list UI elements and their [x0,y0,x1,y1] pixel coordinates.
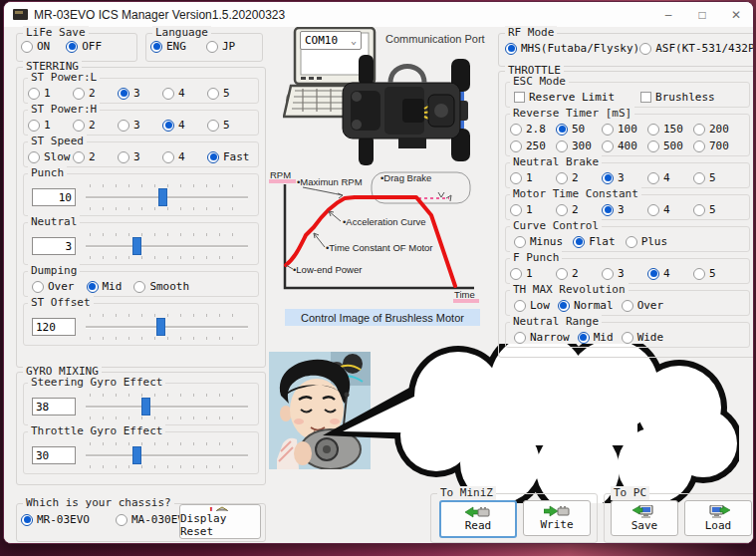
radio-eng[interactable]: ENG [150,40,186,53]
radio-icon[interactable] [73,151,85,163]
radio-icon[interactable] [556,204,568,216]
radio-mid[interactable]: Mid [87,280,123,293]
radio-50[interactable]: 50 [556,123,602,136]
radio-icon[interactable] [602,124,614,136]
radio-2[interactable]: 2 [556,171,602,184]
radio-selected-icon[interactable] [66,41,78,53]
checkbox-brushless[interactable]: Brushless [640,91,715,104]
radio-icon[interactable] [647,124,659,136]
radio-5[interactable]: 5 [693,267,739,280]
radio-icon[interactable] [510,140,522,152]
radio-icon[interactable] [693,172,705,184]
checkbox-reserve-limit[interactable]: Reserve Limit [514,91,615,104]
write-button[interactable]: Write [523,500,591,536]
radio-2[interactable]: 2 [73,119,118,132]
radio-icon[interactable] [622,300,633,312]
radio-icon[interactable] [207,120,219,132]
slider-track[interactable] [86,184,248,210]
radio-icon[interactable] [73,120,85,132]
st-offset-value-input[interactable] [32,318,76,336]
radio-5[interactable]: 5 [207,87,252,100]
radio-3[interactable]: 3 [602,203,647,216]
radio-slow[interactable]: Slow [28,150,73,163]
radio-icon[interactable] [510,124,522,136]
radio-icon[interactable] [693,140,705,152]
radio-icon[interactable] [510,268,522,280]
close-button[interactable]: ✕ [719,2,753,27]
radio-3[interactable]: 3 [118,87,162,100]
title-bar[interactable]: MR-03EVO ICS Manager Version1.5.20200323… [4,2,753,27]
radio-icon[interactable] [118,151,129,163]
slider-thumb[interactable] [132,446,141,464]
radio-narrow[interactable]: Narrow [514,331,570,344]
radio-2-8[interactable]: 2.8 [510,123,556,136]
radio-selected-icon[interactable] [647,268,659,280]
neutral-value-input[interactable] [32,237,76,255]
throttle-gyro-effect-value-input[interactable] [32,446,76,464]
radio-4[interactable]: 4 [162,87,207,100]
radio-icon[interactable] [207,88,219,100]
radio-low[interactable]: Low [514,299,550,312]
radio-3[interactable]: 3 [118,119,162,132]
radio-flat[interactable]: Flat [573,235,616,248]
slider-track[interactable] [86,233,248,259]
radio-4[interactable]: 4 [162,150,207,163]
radio-icon[interactable] [162,151,174,163]
radio-fast[interactable]: Fast [207,150,252,163]
slider-track[interactable] [86,394,248,419]
radio-icon[interactable] [514,300,526,312]
radio-4[interactable]: 4 [162,119,207,132]
radio-selected-icon[interactable] [162,120,174,132]
radio-icon[interactable] [602,268,614,280]
radio-icon[interactable] [510,204,522,216]
radio-2[interactable]: 2 [73,87,118,100]
radio-5[interactable]: 5 [693,171,739,184]
slider-thumb[interactable] [132,237,141,255]
radio-icon[interactable] [647,172,659,184]
radio-3[interactable]: 3 [602,267,647,280]
radio-100[interactable]: 100 [602,123,647,136]
radio-asf-kt-531-432pt[interactable]: ASF(KT-531/432PT) [639,42,754,55]
radio-on[interactable]: ON [21,40,50,53]
radio-400[interactable]: 400 [602,139,647,152]
radio-selected-icon[interactable] [602,204,614,216]
radio-3[interactable]: 3 [118,150,162,163]
radio-over[interactable]: Over [622,299,664,312]
radio-1[interactable]: 1 [510,203,556,216]
checkbox-icon[interactable] [514,92,525,103]
radio-icon[interactable] [162,88,174,100]
radio-normal[interactable]: Normal [558,299,614,312]
radio-4[interactable]: 4 [647,267,693,280]
radio-selected-icon[interactable] [21,514,33,526]
radio-5[interactable]: 5 [693,203,739,216]
read-button[interactable]: Read [439,500,517,538]
radio-250[interactable]: 250 [510,139,556,152]
radio-icon[interactable] [514,332,526,344]
radio-2[interactable]: 2 [556,203,602,216]
com-port-select[interactable]: COM10 ⌄ [300,31,362,50]
radio-icon[interactable] [73,88,85,100]
display-reset-button[interactable]: ! Display Reset [179,504,261,539]
radio-icon[interactable] [556,140,568,152]
slider-track[interactable] [86,442,248,468]
radio-selected-icon[interactable] [505,43,517,55]
radio-selected-icon[interactable] [87,281,99,293]
minimize-button[interactable]: – [651,2,685,27]
radio-plus[interactable]: Plus [626,235,668,248]
radio-icon[interactable] [21,41,33,53]
checkbox-icon[interactable] [640,92,651,103]
radio-mr-03evo[interactable]: MR-03EVO [21,513,90,526]
radio-icon[interactable] [133,281,145,293]
radio-2[interactable]: 2 [556,267,602,280]
radio-300[interactable]: 300 [556,139,602,152]
radio-mhs-futaba-flysky[interactable]: MHS(Futaba/Flysky) [505,42,639,55]
punch-value-input[interactable] [32,188,76,206]
steering-gyro-effect-value-input[interactable] [32,398,76,416]
radio-700[interactable]: 700 [693,139,739,152]
radio-500[interactable]: 500 [647,139,693,152]
radio-4[interactable]: 4 [647,203,693,216]
radio-selected-icon[interactable] [578,332,590,344]
slider-thumb[interactable] [158,188,167,206]
radio-smooth[interactable]: Smooth [133,280,189,293]
radio-icon[interactable] [647,204,659,216]
